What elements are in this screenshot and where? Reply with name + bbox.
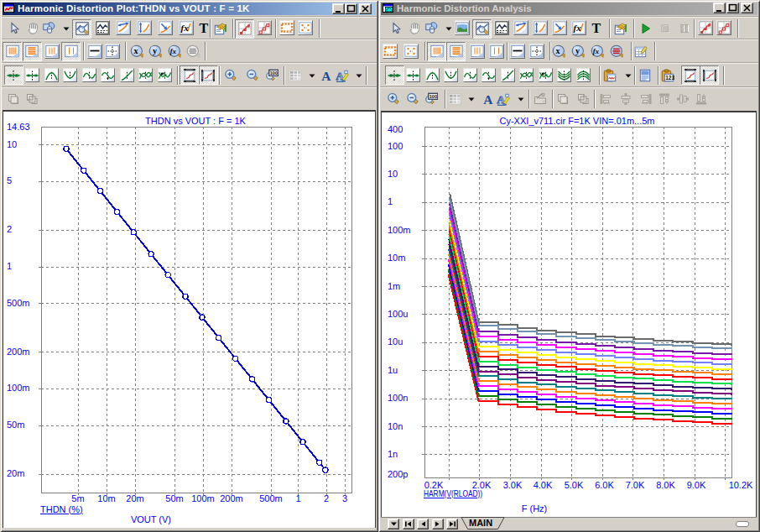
svg-text:x: x	[134, 46, 138, 55]
svg-text:fx: fx	[169, 46, 176, 55]
svg-text:123: 123	[665, 75, 674, 81]
svg-text:fx: fx	[593, 46, 600, 55]
svg-text:100: 100	[429, 94, 437, 99]
svg-text:T: T	[200, 21, 209, 34]
svg-text:fx: fx	[181, 23, 190, 33]
svg-text:y: y	[575, 46, 580, 55]
svg-text:fx: fx	[573, 23, 581, 33]
svg-text:100: 100	[269, 70, 277, 76]
svg-text:T: T	[592, 21, 601, 34]
svg-text:A: A	[321, 69, 331, 82]
svg-text:A: A	[483, 92, 493, 106]
svg-text:y: y	[153, 46, 157, 55]
svg-text:x: x	[556, 46, 560, 55]
